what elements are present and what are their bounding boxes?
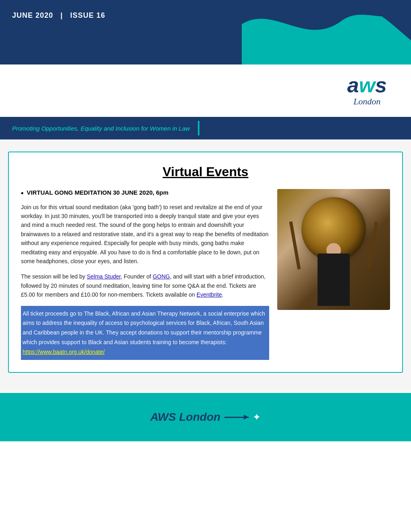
footer: AWS London ✦ xyxy=(0,393,411,441)
card-top-row: • VIRTUAL GONG MEDITATION 30 JUNE 2020, … xyxy=(21,189,390,360)
date-label: JUNE 2020 xyxy=(12,11,53,19)
logo-w: w xyxy=(359,73,375,97)
logo-s: s xyxy=(375,73,387,97)
donate-link[interactable]: https://www.baatn.org.uk/donate/ xyxy=(23,349,105,355)
main-content: Virtual Events • VIRTUAL GONG MEDITATION… xyxy=(0,139,411,393)
event-title: • VIRTUAL GONG MEDITATION 30 JUNE 2020, … xyxy=(21,189,269,198)
gong-image xyxy=(277,189,390,310)
footer-star-icon: ✦ xyxy=(253,411,261,423)
session-info: The session will be led by Selma Studer,… xyxy=(21,272,269,299)
content-card: Virtual Events • VIRTUAL GONG MEDITATION… xyxy=(8,152,403,373)
header-date: JUNE 2020 | ISSUE 16 xyxy=(0,0,411,31)
session-line1: The session will be led by xyxy=(21,273,87,280)
bullet: • xyxy=(21,189,23,198)
header: JUNE 2020 | ISSUE 16 xyxy=(0,0,411,64)
logo-a: a xyxy=(347,73,359,97)
eventbrite-link[interactable]: Eventbrite xyxy=(197,291,222,298)
highlight-text: All ticket proceeds go to The Black, Afr… xyxy=(23,310,265,345)
issue-label: ISSUE 16 xyxy=(70,11,105,19)
event-description: Join us for this virtual sound meditatio… xyxy=(21,203,269,266)
footer-arrow-icon xyxy=(224,417,249,418)
tagline-bar: Promoting Opportunities, Equality and In… xyxy=(0,117,411,139)
tagline-text: Promoting Opportunities, Equality and In… xyxy=(12,125,190,132)
card-text-area: • VIRTUAL GONG MEDITATION 30 JUNE 2020, … xyxy=(21,189,269,360)
logo-letters: aws xyxy=(347,75,387,96)
section-title: Virtual Events xyxy=(21,164,390,179)
tagline-separator xyxy=(198,121,199,135)
event-title-text: VIRTUAL GONG MEDITATION 30 JUNE 2020, 6p… xyxy=(27,189,168,196)
person-figure xyxy=(318,254,350,306)
separator: | xyxy=(60,11,63,19)
session-line4: . xyxy=(222,291,224,298)
highlight-block: All ticket proceeds go to The Black, Afr… xyxy=(21,306,269,360)
footer-logo-text: AWS London xyxy=(150,411,220,424)
gong-stand-left xyxy=(289,221,301,270)
logo-london: London xyxy=(353,96,380,107)
gong-link[interactable]: GONG xyxy=(153,273,170,280)
gong-stand-right xyxy=(367,221,378,270)
logo-area: aws London xyxy=(0,64,411,117)
selma-link[interactable]: Selma Studer xyxy=(87,273,120,280)
session-line2: , Founder of xyxy=(120,273,152,280)
gong-image-bg xyxy=(277,189,390,310)
logo-container: aws London xyxy=(347,75,387,107)
